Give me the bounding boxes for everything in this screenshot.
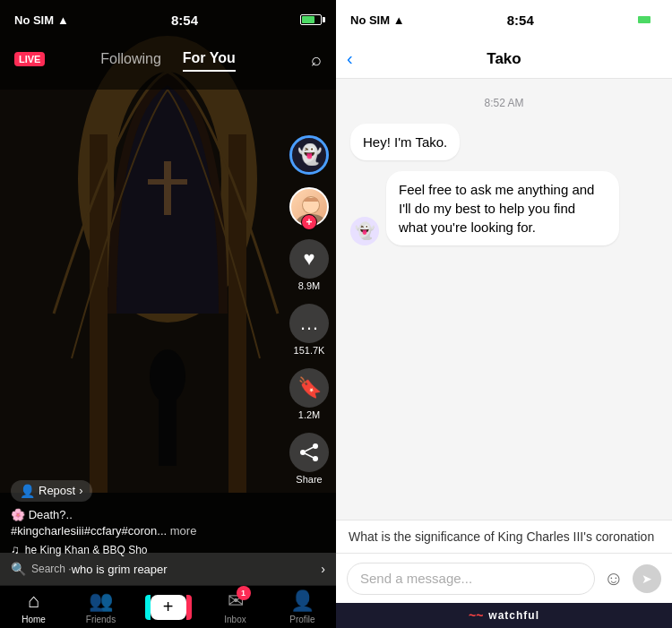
friends-icon: 👥 [89,589,113,613]
battery-icon [300,14,322,25]
bot-ghost-icon: 👻 [355,221,375,241]
inbox-badge-container: ✉ 1 [228,589,244,613]
wifi-icon: ▲ [57,13,69,27]
right-battery-icon [636,14,658,25]
svg-rect-5 [159,394,177,466]
repost-label: Repost [39,484,75,497]
video-caption: 🌸 Death?.. #kingcharlesiii#ccfary#coron.… [11,507,282,539]
inbox-badge-count: 1 [237,586,251,600]
bot-avatar: 👻 [350,217,379,245]
live-badge[interactable]: LIVE [14,52,45,66]
home-label: Home [22,615,46,624]
comment-icon: … [289,304,329,343]
repost-chevron: › [79,484,82,497]
watchful-footer: ~~ watchful [336,603,672,628]
left-panel: No SIM ▲ 8:54 LIVE Following For You ⌕ 👻 [0,0,336,628]
search-prefix: Search · [31,563,72,575]
tab-following[interactable]: Following [100,47,161,71]
suggestion-bar[interactable]: What is the significance of King Charles… [336,520,672,553]
heart-icon: ♥ [289,239,329,279]
search-icon[interactable]: ⌕ [311,49,322,70]
share-label: Share [296,474,322,485]
comment-button[interactable]: … 151.7K [289,304,329,356]
emoji-button[interactable]: ☺ [604,567,624,590]
search-bar[interactable]: 🔍 Search · who is grim reaper › [0,553,336,585]
nav-tabs: LIVE Following For You ⌕ [0,39,336,79]
send-button[interactable]: ➤ [633,564,661,593]
comment-count: 151.7K [294,345,325,356]
message-timestamp: 8:52 AM [350,97,658,109]
message-bubble-2: Feel free to ask me anything and I'll do… [386,171,619,245]
svg-rect-3 [228,134,246,493]
chat-messages: 8:52 AM Hey! I'm Tako. 👻 Feel free to as… [336,79,672,520]
message-bubble-1: Hey! I'm Tako. [350,124,460,160]
chevron-right-icon: › [321,562,325,576]
repost-button[interactable]: 👤 Repost › [11,480,92,502]
right-battery [636,14,658,25]
message-input[interactable]: Send a message... [347,563,595,595]
nav-home[interactable]: ⌂ Home [0,589,67,624]
svg-line-15 [303,446,315,452]
bookmark-button[interactable]: 🔖 1.2M [289,368,329,420]
like-count: 8.9M [298,280,320,291]
svg-rect-7 [148,179,187,185]
bottom-navigation: ⌂ Home 👥 Friends + ✉ 1 Inbox 👤 Profile [0,585,336,628]
bookmark-icon: 🔖 [289,368,329,408]
status-bar: No SIM ▲ 8:54 [0,0,336,39]
time-label: 8:54 [171,13,198,28]
watchful-tilde-icon: ~~ [469,608,483,623]
search-small-icon: 🔍 [11,562,26,576]
chat-header: ‹ Tako [336,39,672,79]
nav-profile[interactable]: 👤 Profile [269,589,336,624]
right-carrier: No SIM ▲ [350,13,405,27]
caption-icon: 🌸 [11,508,29,521]
watchful-label: watchful [488,609,539,622]
add-button[interactable]: + [151,595,186,620]
svg-line-16 [303,452,315,459]
right-panel: No SIM ▲ 8:54 ‹ Tako 8:52 AM Hey! I'm Ta… [336,0,672,628]
message-row-1: Hey! I'm Tako. [350,124,658,160]
right-time: 8:54 [507,13,534,28]
tako-ghost-icon: 👻 [297,143,322,167]
follower-avatar[interactable]: + [289,187,329,227]
suggestion-text: What is the significance of King Charles… [349,529,654,544]
svg-rect-6 [164,161,171,215]
repost-icon: 👤 [20,484,35,498]
message-row-2: 👻 Feel free to ask me anything and I'll … [350,171,658,245]
input-placeholder: Send a message... [360,571,472,586]
send-icon: ➤ [642,572,652,586]
nav-friends[interactable]: 👥 Friends [67,589,134,624]
nav-inbox[interactable]: ✉ 1 Inbox [202,589,269,624]
back-button[interactable]: ‹ [347,48,353,69]
message-text-2: Feel free to ask me anything and I'll do… [399,182,594,235]
friends-label: Friends [86,615,116,624]
share-button[interactable]: Share [289,433,329,485]
like-button[interactable]: ♥ 8.9M [289,239,329,291]
follow-plus-icon: + [301,214,317,230]
caption-text: 🌸 Death?.. #kingcharlesiii#ccfary#coron.… [11,508,196,538]
inbox-label: Inbox [224,615,246,624]
right-status-bar: No SIM ▲ 8:54 [336,0,672,39]
chat-title: Tako [487,50,521,68]
message-text-1: Hey! I'm Tako. [363,134,447,150]
home-icon: ⌂ [28,589,39,613]
creator-avatar[interactable]: 👻 [289,135,329,175]
action-sidebar: 👻 + ♥ 8.9M … 151.7K [289,135,329,485]
tab-for-you[interactable]: For You [183,47,236,72]
bookmark-count: 1.2M [298,409,320,420]
battery-area [300,14,322,25]
caption-more[interactable]: more [170,524,197,538]
video-content: 👤 Repost › 🌸 Death?.. #kingcharlesiii#cc… [11,480,282,556]
avatar-circle: 👻 [289,135,329,175]
share-icon [289,433,329,472]
profile-icon: 👤 [290,589,314,613]
search-query-text: who is grim reaper [72,563,322,576]
message-input-row: Send a message... ☺ ➤ [336,553,672,603]
carrier-label: No SIM ▲ [14,13,69,27]
profile-label: Profile [289,615,314,624]
nav-add[interactable]: + [134,595,202,620]
